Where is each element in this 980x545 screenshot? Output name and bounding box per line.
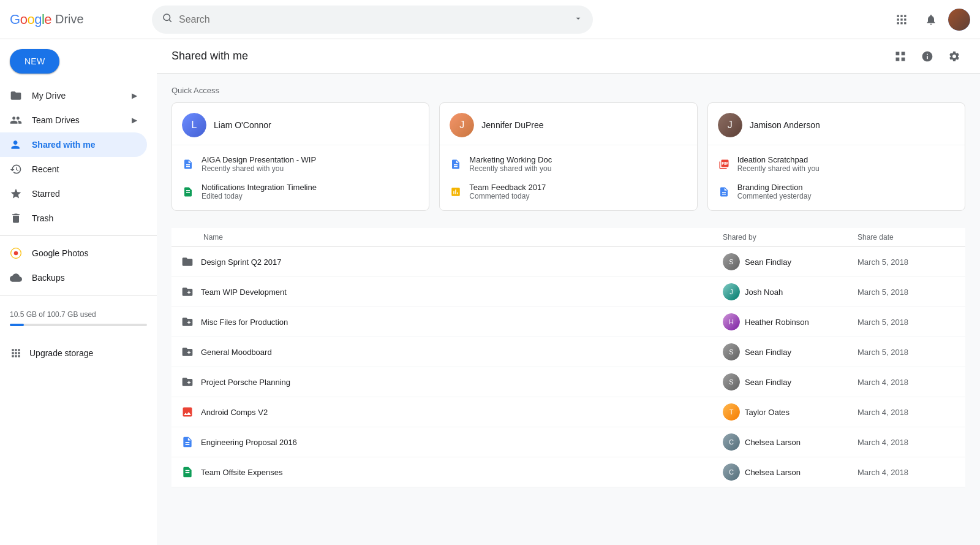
upgrade-storage-button[interactable]: Upgrade storage xyxy=(0,341,157,365)
shared-by-name-1: Josh Noah xyxy=(745,288,783,297)
search-bar xyxy=(152,6,593,34)
topbar-right xyxy=(889,7,970,32)
quick-file-1-1[interactable]: Team Feedback 2017 Commented today xyxy=(440,178,696,205)
trash-icon xyxy=(10,212,22,224)
quick-file-0-1[interactable]: Notifications Integration Timeline Edite… xyxy=(172,178,429,205)
google-logo: Google xyxy=(10,12,51,28)
person-name-liam: Liam O'Connor xyxy=(214,120,271,130)
file-row-5[interactable]: Android Comps V2 T Taylor Oates March 4,… xyxy=(172,397,965,427)
shared-folder-icon-4 xyxy=(181,376,194,388)
file-row-shared-3: S Sean Findlay xyxy=(723,343,858,360)
sidebar-item-shared-with-me[interactable]: Shared with me xyxy=(0,132,147,157)
quick-card-files-jennifer: Marketing Working Doc Recently shared wi… xyxy=(440,145,696,210)
file-meta-2-0: Recently shared with you xyxy=(737,164,955,173)
file-name-row-0: Design Sprint Q2 2017 xyxy=(201,257,282,267)
shared-with-me-icon xyxy=(10,139,22,151)
quick-file-1-0[interactable]: Marketing Working Doc Recently shared wi… xyxy=(440,150,696,178)
apps-grid-button[interactable] xyxy=(889,7,914,32)
file-info-1-0: Marketing Working Doc Recently shared wi… xyxy=(469,155,687,173)
file-row-shared-0: S Sean Findlay xyxy=(723,253,858,270)
new-button[interactable]: NEW xyxy=(10,49,59,74)
upgrade-icon xyxy=(10,347,22,359)
svg-rect-9 xyxy=(900,22,902,24)
shared-avatar-3: S xyxy=(723,343,740,360)
search-dropdown-icon[interactable] xyxy=(573,13,583,25)
file-name-row-7: Team Offsite Expenses xyxy=(201,468,282,477)
svg-rect-10 xyxy=(904,22,906,24)
shared-avatar-0: S xyxy=(723,253,740,270)
file-row-3[interactable]: General Moodboard S Sean Findlay March 5… xyxy=(172,337,965,367)
file-list-header: Name Shared by Share date xyxy=(172,228,965,247)
shared-by-name-4: Sean Findlay xyxy=(745,378,791,387)
file-row-date-3: March 5, 2018 xyxy=(858,348,956,357)
shared-avatar-5: T xyxy=(723,403,740,421)
svg-point-11 xyxy=(14,251,18,256)
svg-line-1 xyxy=(169,20,171,21)
doc-icon-6 xyxy=(181,436,194,448)
topbar: Google Drive xyxy=(0,0,980,39)
quick-card-header-0: L Liam O'Connor xyxy=(172,103,429,145)
shared-folder-icon-1 xyxy=(181,286,194,298)
sidebar-item-backups[interactable]: Backups xyxy=(0,265,147,290)
search-icon xyxy=(162,12,173,26)
quick-access-title: Quick Access xyxy=(172,86,965,95)
shared-by-name-2: Heather Robinson xyxy=(745,318,809,327)
quick-file-2-1[interactable]: Branding Direction Commented yesterday xyxy=(708,178,965,205)
team-drives-icon xyxy=(10,114,22,126)
file-row-6[interactable]: Engineering Proposal 2016 C Chelsea Lars… xyxy=(172,427,965,457)
svg-rect-2 xyxy=(897,15,899,17)
sidebar: NEW My Drive ▶ Team Drives ▶ xyxy=(0,39,157,545)
storage-section: 10.5 GB of 100.7 GB used xyxy=(0,300,157,341)
file-row-date-6: March 4, 2018 xyxy=(858,438,956,447)
sidebar-item-google-photos[interactable]: Google Photos xyxy=(0,241,147,265)
subheader-actions xyxy=(889,45,965,67)
file-name-row-5: Android Comps V2 xyxy=(201,408,268,417)
svg-rect-6 xyxy=(900,18,902,20)
file-name-1-0: Marketing Working Doc xyxy=(469,155,687,164)
doc-icon xyxy=(182,158,194,170)
sidebar-item-trash[interactable]: Trash xyxy=(0,206,147,231)
file-row-date-7: March 4, 2018 xyxy=(858,468,956,477)
google-photos-icon xyxy=(10,247,22,259)
settings-button[interactable] xyxy=(943,45,965,67)
file-info-0-1: Notifications Integration Timeline Edite… xyxy=(202,183,419,200)
col-header-shared: Shared by xyxy=(723,233,858,242)
quick-access-grid: L Liam O'Connor AIGA Design Presentation… xyxy=(172,102,965,211)
file-row-shared-5: T Taylor Oates xyxy=(723,403,858,421)
team-drives-label: Team Drives xyxy=(32,115,80,125)
file-name-2-0: Ideation Scratchpad xyxy=(737,155,955,164)
file-row-7[interactable]: Team Offsite Expenses C Chelsea Larson M… xyxy=(172,457,965,487)
sidebar-item-recent[interactable]: Recent xyxy=(0,157,147,181)
shared-avatar-1: J xyxy=(723,283,740,300)
person-avatar-jennifer: J xyxy=(450,113,474,137)
subheader: Shared with me xyxy=(157,39,980,74)
file-row-0[interactable]: Design Sprint Q2 2017 S Sean Findlay Mar… xyxy=(172,247,965,277)
sidebar-item-my-drive[interactable]: My Drive ▶ xyxy=(0,83,147,108)
file-row-name-2: Misc Files for Production xyxy=(181,316,723,328)
user-avatar[interactable] xyxy=(948,9,970,31)
svg-rect-4 xyxy=(904,15,906,17)
file-row-name-1: Team WIP Development xyxy=(181,286,723,298)
info-button[interactable] xyxy=(916,45,938,67)
file-row-1[interactable]: Team WIP Development J Josh Noah March 5… xyxy=(172,277,965,307)
file-row-name-0: Design Sprint Q2 2017 xyxy=(181,256,723,268)
file-row-4[interactable]: Project Porsche Planning S Sean Findlay … xyxy=(172,367,965,397)
file-meta-0-0: Recently shared with you xyxy=(202,164,419,173)
shared-by-name-3: Sean Findlay xyxy=(745,348,791,357)
my-drive-label: My Drive xyxy=(32,91,66,101)
sidebar-item-starred[interactable]: Starred xyxy=(0,181,147,206)
quick-file-0-0[interactable]: AIGA Design Presentation - WIP Recently … xyxy=(172,150,429,178)
shared-by-name-5: Taylor Oates xyxy=(745,408,790,417)
sidebar-divider-2 xyxy=(0,295,157,295)
notifications-button[interactable] xyxy=(919,7,943,32)
quick-file-2-0[interactable]: Ideation Scratchpad Recently shared with… xyxy=(708,150,965,178)
file-name-1-1: Team Feedback 2017 xyxy=(469,183,687,192)
grid-view-button[interactable] xyxy=(889,45,911,67)
file-row-2[interactable]: Misc Files for Production H Heather Robi… xyxy=(172,307,965,337)
sheets-icon-7 xyxy=(181,466,194,478)
search-input[interactable] xyxy=(179,14,567,25)
person-avatar-liam: L xyxy=(182,113,206,137)
starred-label: Starred xyxy=(32,189,60,199)
file-row-date-0: March 5, 2018 xyxy=(858,257,956,267)
sidebar-item-team-drives[interactable]: Team Drives ▶ xyxy=(0,108,147,132)
